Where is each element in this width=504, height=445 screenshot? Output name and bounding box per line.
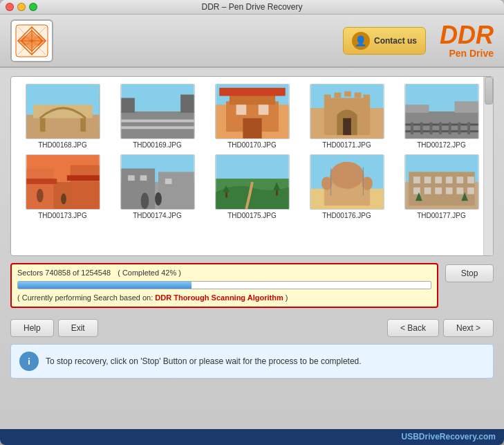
- thumb-label: THD00177.JPG: [417, 212, 466, 219]
- thumb-label: THD00169.JPG: [133, 141, 182, 149]
- gallery-panel[interactable]: THD00168.JPG: [10, 76, 494, 256]
- scrollbar-thumb[interactable]: [485, 77, 493, 105]
- main-window: DDR – Pen Drive Recovery: [0, 0, 504, 445]
- app-logo: [10, 19, 53, 62]
- header-actions: 👤 Contact us DDR Pen Drive: [343, 23, 494, 59]
- thumbnail-171: [310, 84, 384, 139]
- back-button[interactable]: < Back: [387, 319, 439, 337]
- svg-rect-55: [70, 165, 99, 209]
- thumbnail-172: [404, 84, 479, 139]
- svg-rect-27: [236, 105, 246, 116]
- list-item[interactable]: THD00175.JPG: [207, 154, 297, 219]
- svg-rect-14: [39, 118, 45, 132]
- list-item[interactable]: THD00168.JPG: [18, 84, 107, 149]
- maximize-button[interactable]: [29, 3, 37, 11]
- list-item[interactable]: THD00170.JPG: [207, 84, 297, 149]
- svg-rect-94: [424, 188, 431, 194]
- svg-rect-96: [445, 188, 452, 194]
- thumb-label: THD00172.JPG: [417, 141, 466, 149]
- svg-rect-35: [334, 93, 341, 98]
- svg-rect-45: [429, 122, 432, 135]
- minimize-button[interactable]: [17, 3, 26, 11]
- gallery-scrollbar[interactable]: [483, 77, 493, 255]
- progress-area: Sectors 740858 of 1254548 ( Completed 42…: [10, 263, 494, 314]
- info-box: To stop recovery, click on 'Stop' Button…: [10, 344, 494, 379]
- svg-point-67: [140, 193, 149, 209]
- thumbnail-173: [26, 154, 100, 210]
- contact-icon: 👤: [352, 32, 370, 50]
- svg-rect-51: [454, 102, 478, 113]
- list-item[interactable]: THD00171.JPG: [302, 84, 391, 149]
- thumbnail-176: [310, 154, 384, 210]
- svg-point-58: [36, 189, 43, 203]
- svg-rect-79: [330, 176, 364, 181]
- svg-rect-33: [343, 118, 351, 135]
- svg-rect-95: [435, 188, 442, 194]
- svg-rect-20: [121, 98, 135, 113]
- gallery-scroll[interactable]: THD00168.JPG: [11, 77, 493, 255]
- list-item[interactable]: THD00169.JPG: [113, 84, 202, 149]
- scanning-text: ( Currently performing Search based on: …: [17, 293, 288, 302]
- svg-rect-17: [121, 111, 194, 138]
- svg-rect-12: [26, 115, 99, 138]
- main-content: THD00168.JPG: [0, 68, 504, 429]
- svg-rect-90: [445, 176, 452, 183]
- svg-rect-15: [80, 118, 86, 132]
- thumbnail-175: [215, 154, 290, 210]
- thumbnail-177: [404, 154, 479, 210]
- stop-button[interactable]: Stop: [445, 264, 494, 282]
- svg-rect-18: [121, 120, 194, 122]
- svg-rect-34: [324, 95, 330, 100]
- brand-logo: DDR Pen Drive: [440, 23, 494, 59]
- svg-rect-64: [128, 176, 135, 181]
- svg-rect-65: [140, 176, 147, 181]
- stop-wrapper: Stop: [445, 263, 494, 314]
- svg-rect-44: [420, 122, 422, 135]
- list-item[interactable]: THD00177.JPG: [397, 154, 486, 219]
- svg-rect-49: [467, 122, 470, 135]
- info-icon: [19, 352, 39, 371]
- help-button[interactable]: Help: [10, 319, 54, 337]
- title-bar: DDR – Pen Drive Recovery: [0, 0, 504, 15]
- gallery-grid: THD00168.JPG: [18, 84, 486, 219]
- svg-rect-88: [424, 176, 431, 183]
- brand-title: DDR: [440, 23, 494, 48]
- svg-rect-50: [405, 105, 429, 113]
- svg-rect-36: [344, 91, 351, 97]
- svg-rect-21: [180, 95, 194, 113]
- thumb-label: THD00173.JPG: [38, 212, 87, 219]
- svg-rect-66: [165, 179, 171, 184]
- thumb-label: THD00176.JPG: [322, 212, 371, 219]
- list-item[interactable]: THD00173.JPG: [18, 154, 107, 219]
- svg-rect-102: [28, 360, 30, 365]
- thumbnail-168: [26, 84, 100, 139]
- list-item[interactable]: THD00176.JPG: [302, 154, 391, 219]
- thumb-label: THD00168.JPG: [38, 141, 87, 149]
- svg-point-68: [155, 192, 162, 206]
- progress-section: Sectors 740858 of 1254548 ( Completed 42…: [10, 263, 438, 308]
- svg-rect-63: [158, 172, 194, 210]
- progress-row: Sectors 740858 of 1254548 ( Completed 42…: [17, 269, 431, 277]
- list-item[interactable]: THD00172.JPG: [397, 84, 486, 149]
- exit-button[interactable]: Exit: [58, 319, 98, 337]
- thumb-label: THD00174.JPG: [133, 212, 182, 219]
- svg-rect-92: [467, 176, 474, 183]
- progress-bar-container: [17, 281, 431, 289]
- svg-rect-38: [363, 95, 370, 100]
- svg-rect-74: [276, 190, 278, 196]
- svg-rect-62: [121, 169, 155, 210]
- svg-rect-91: [456, 176, 463, 183]
- close-button[interactable]: [6, 3, 14, 11]
- svg-point-59: [61, 194, 66, 205]
- svg-rect-29: [219, 88, 286, 96]
- bottom-controls: Help Exit < Back Next >: [10, 319, 494, 337]
- list-item[interactable]: THD00174.JPG: [113, 154, 202, 219]
- contact-button[interactable]: 👤 Contact us: [343, 27, 426, 55]
- thumb-label: THD00175.JPG: [227, 212, 277, 219]
- svg-rect-103: [28, 358, 30, 359]
- window-title: DDR – Pen Drive Recovery: [201, 2, 302, 12]
- thumbnail-174: [120, 154, 195, 210]
- thumb-label: THD00171.JPG: [322, 141, 371, 149]
- next-button[interactable]: Next >: [443, 319, 494, 337]
- svg-rect-26: [243, 118, 261, 138]
